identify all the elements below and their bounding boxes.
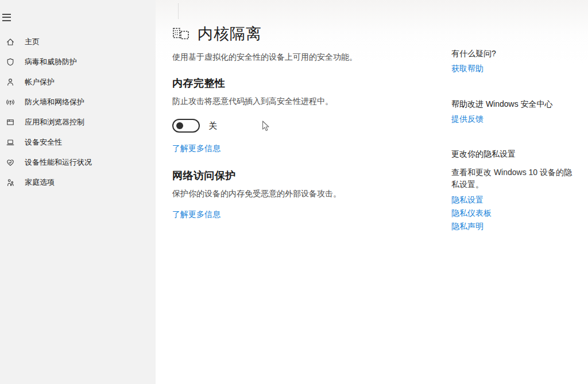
sidebar-item-account-protection[interactable]: 帐户保护	[0, 72, 156, 92]
section-heading: 网络访问保护	[172, 169, 442, 183]
help-heading: 有什么疑问?	[451, 49, 577, 59]
shield-icon	[6, 57, 15, 67]
section-heading: 内存完整性	[172, 76, 442, 90]
privacy-statement-link[interactable]: 隐私声明	[451, 222, 577, 231]
sidebar-item-device-performance-health[interactable]: 设备性能和运行状况	[0, 152, 156, 172]
sidebar-item-family-options[interactable]: 家庭选项	[0, 172, 156, 192]
sidebar-item-label: 防火墙和网络保护	[25, 97, 84, 107]
sidebar-item-label: 帐户保护	[25, 77, 55, 87]
toggle-knob	[176, 122, 183, 129]
section-description: 防止攻击将恶意代码插入到高安全性进程中。	[172, 96, 442, 107]
home-icon	[6, 37, 15, 46]
sidebar-item-home[interactable]: 主页	[0, 32, 156, 52]
section-memory-integrity: 内存完整性 防止攻击将恶意代码插入到高安全性进程中。 关 了解更多信息	[172, 76, 442, 154]
get-help-link[interactable]: 获取帮助	[451, 64, 483, 74]
sidebar-item-virus-threat-protection[interactable]: 病毒和威胁防护	[0, 52, 156, 72]
sidebar-nav: 主页 病毒和威胁防护 帐户保护	[0, 32, 156, 192]
privacy-heading: 更改你的隐私设置	[451, 149, 577, 160]
learn-more-link[interactable]: 了解更多信息	[172, 143, 220, 154]
privacy-group: 更改你的隐私设置 查看和更改 Windows 10 设备的隐私设置。 隐私设置 …	[451, 149, 577, 231]
sidebar-item-firewall-network[interactable]: 防火墙和网络保护	[0, 92, 156, 112]
feedback-heading: 帮助改进 Windows 安全中心	[451, 99, 577, 110]
feedback-group: 帮助改进 Windows 安全中心 提供反馈	[451, 99, 577, 125]
sidebar-item-label: 主页	[25, 37, 40, 47]
sidebar-item-device-security[interactable]: 设备安全性	[0, 132, 156, 152]
help-group: 有什么疑问? 获取帮助	[451, 49, 577, 74]
page-title: 内核隔离	[198, 24, 262, 44]
toggle-state-label: 关	[208, 121, 217, 131]
laptop-icon	[6, 138, 15, 147]
core-isolation-icon	[172, 26, 190, 42]
device-health-icon	[6, 158, 15, 167]
page-header: 内核隔离	[172, 24, 442, 44]
app-browser-icon	[6, 118, 15, 127]
section-description: 保护你的设备的内存免受恶意的外部设备攻击。	[172, 189, 442, 199]
memory-integrity-toggle[interactable]	[172, 119, 200, 133]
content-area: 内核隔离 使用基于虚拟化的安全性的设备上可用的安全功能。 内存完整性 防止攻击将…	[156, 0, 588, 384]
privacy-links: 隐私设置 隐私仪表板 隐私声明	[451, 196, 577, 231]
privacy-description: 查看和更改 Windows 10 设备的隐私设置。	[451, 166, 577, 191]
memory-integrity-toggle-row: 关	[172, 119, 442, 133]
sidebar-item-label: 病毒和威胁防护	[25, 57, 77, 67]
family-icon	[6, 178, 15, 187]
help-aside: 有什么疑问? 获取帮助 帮助改进 Windows 安全中心 提供反馈 更改你的隐…	[451, 0, 577, 235]
section-network-access-protection: 网络访问保护 保护你的设备的内存免受恶意的外部设备攻击。 了解更多信息	[172, 169, 442, 220]
privacy-dashboard-link[interactable]: 隐私仪表板	[451, 209, 577, 218]
provide-feedback-link[interactable]: 提供反馈	[451, 114, 483, 125]
page-subtitle: 使用基于虚拟化的安全性的设备上可用的安全功能。	[172, 52, 442, 63]
sidebar-item-label: 家庭选项	[25, 177, 55, 188]
learn-more-link[interactable]: 了解更多信息	[172, 210, 220, 220]
hamburger-menu-icon[interactable]	[2, 14, 16, 24]
person-icon	[6, 77, 15, 87]
firewall-network-icon	[6, 98, 15, 107]
navigation-sidebar: 主页 病毒和威胁防护 帐户保护	[0, 0, 156, 384]
privacy-settings-link[interactable]: 隐私设置	[451, 196, 577, 204]
main-column: 内核隔离 使用基于虚拟化的安全性的设备上可用的安全功能。 内存完整性 防止攻击将…	[172, 0, 442, 220]
sidebar-item-app-browser-control[interactable]: 应用和浏览器控制	[0, 112, 156, 132]
sidebar-item-label: 设备性能和运行状况	[25, 157, 92, 168]
sidebar-item-label: 设备安全性	[25, 137, 62, 148]
sidebar-item-label: 应用和浏览器控制	[25, 117, 84, 127]
